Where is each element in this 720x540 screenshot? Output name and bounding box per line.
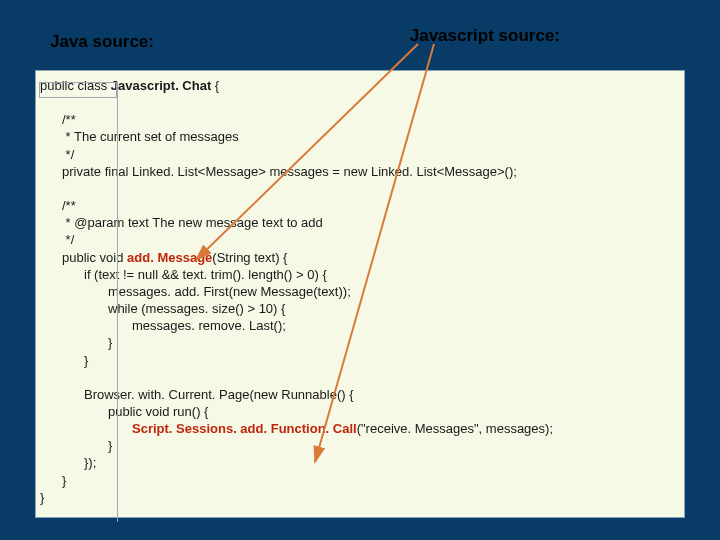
code-line: Script. Sessions. add. Function. Call("r… [40,420,680,437]
code-line: messages. add. First(new Message(text)); [40,283,680,300]
code-line: } [40,352,680,369]
code-line: Browser. with. Current. Page(new Runnabl… [40,386,680,403]
code-line: public void add. Message(String text) { [40,249,680,266]
code-panel: public class Javascript. Chat { /** * Th… [35,70,685,518]
code-line: } [40,334,680,351]
left-rule [117,82,118,522]
code-line: } [40,472,680,489]
code-line: * The current set of messages [40,128,680,145]
left-marker [39,82,117,98]
code-line: /** [40,197,680,214]
java-source-header: Java source: [50,26,410,52]
code-line: } [40,489,680,506]
code-line: }); [40,454,680,471]
code-line: messages. remove. Last(); [40,317,680,334]
code-line: } [40,437,680,454]
code-line: private final Linked. List<Message> mess… [40,163,680,180]
code-line: public void run() { [40,403,680,420]
header-row: Java source: Javascript source: [0,0,720,60]
code-line: * @param text The new message text to ad… [40,214,680,231]
code-line: if (text != null && text. trim(). length… [40,266,680,283]
code-line: /** [40,111,680,128]
code-line: */ [40,231,680,248]
blank-line [40,180,680,197]
code-line: public class Javascript. Chat { [40,77,680,94]
blank-line [40,94,680,111]
code-line: while (messages. size() > 10) { [40,300,680,317]
javascript-source-header: Javascript source: [410,26,670,52]
blank-line [40,369,680,386]
code-line: */ [40,146,680,163]
